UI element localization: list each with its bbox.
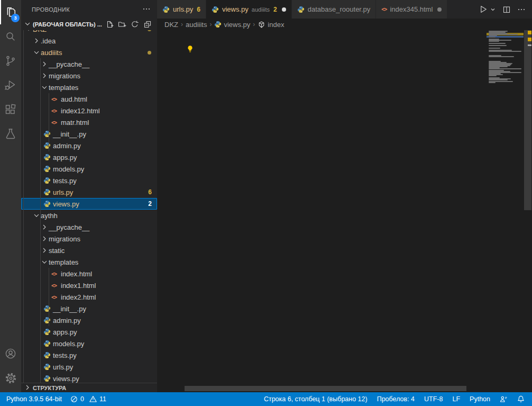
status-label: Пробелов: 4	[377, 395, 415, 403]
status-cursor-position[interactable]: Строка 6, столбец 1 (выбрано 12)	[264, 395, 368, 403]
tab-urls-py[interactable]: urls.py6	[157, 0, 206, 19]
tree-indent-guide	[49, 93, 49, 151]
chevron-right-icon	[23, 383, 32, 393]
status-label: Python 3.9.5 64-bit	[6, 395, 62, 403]
status-indentation[interactable]: Пробелов: 4	[377, 395, 415, 403]
tree-item-index12-html[interactable]: <>index12.html	[21, 105, 157, 116]
html-file-icon: <>	[381, 6, 387, 12]
tree-item--pycache-[interactable]: __pycache__	[21, 221, 157, 233]
tree-item--pycache-[interactable]: __pycache__	[21, 58, 157, 70]
breadcrumb-item-index[interactable]: index	[258, 21, 284, 29]
breadcrumb-item-dkz[interactable]: DKZ	[164, 21, 178, 29]
python-file-icon	[43, 188, 53, 196]
extensions-icon[interactable]	[0, 97, 21, 122]
new-folder-icon[interactable]	[118, 20, 126, 29]
tree-item-apps-py[interactable]: apps.py	[21, 151, 157, 163]
warning-icon	[89, 395, 97, 403]
tree-item-migrations[interactable]: migrations	[21, 70, 157, 82]
status-label: Строка 6, столбец 1 (выбрано 12)	[264, 395, 368, 403]
tree-item--init-py[interactable]: __init__.py	[21, 128, 157, 140]
tab-database-roouter-py[interactable]: database_roouter.py	[292, 0, 377, 19]
vertical-scrollbar[interactable]	[524, 30, 532, 392]
explorer-icon[interactable]: 3	[0, 0, 21, 24]
breadcrumb-item-views-py[interactable]: views.py	[214, 21, 250, 29]
tree-item-models-py[interactable]: models.py	[21, 338, 157, 349]
tree-item-apps-py[interactable]: apps.py	[21, 326, 157, 338]
tree-item-index-html[interactable]: <>index.html	[21, 268, 157, 279]
tree-item-label: matr.html	[61, 119, 89, 127]
tree-item-index1-html[interactable]: <>index1.html	[21, 279, 157, 291]
tree-item-static[interactable]: static	[21, 245, 157, 256]
status-python-interpreter[interactable]: Python 3.9.5 64-bit	[6, 395, 62, 403]
minimap-line	[489, 75, 497, 76]
testing-icon[interactable]	[0, 122, 21, 146]
tree-item-aythh[interactable]: aythh	[21, 210, 157, 221]
tree-item-templates[interactable]: templates	[21, 256, 157, 268]
explorer-badge: 3	[11, 14, 20, 22]
new-file-icon[interactable]	[105, 20, 114, 29]
overview-ruler-mark	[528, 38, 531, 41]
python-file-icon	[297, 6, 305, 13]
tab-views-py[interactable]: views.pyaudiiits2	[206, 0, 292, 19]
outline-section-header[interactable]: СТРУКТУРА	[21, 383, 157, 392]
tree-item-audiiits[interactable]: audiiits	[21, 47, 157, 58]
minimap[interactable]	[487, 30, 524, 392]
tree-item-aud-html[interactable]: <>aud.html	[21, 93, 157, 105]
tree-item-admin-py[interactable]: admin.py	[21, 314, 157, 326]
tree-item-urls-py[interactable]: urls.py	[21, 361, 157, 373]
status-language-mode[interactable]: Python	[470, 395, 490, 403]
tree-item-tests-py[interactable]: tests.py	[21, 349, 157, 361]
status-notifications-bell[interactable]	[517, 395, 525, 403]
tree-item-admin-py[interactable]: admin.py	[21, 140, 157, 151]
tree-item-templates[interactable]: templates	[21, 82, 157, 93]
status-problems[interactable]: 011	[70, 395, 106, 403]
python-file-icon	[43, 328, 53, 336]
source-control-icon[interactable]	[0, 49, 21, 73]
file-tree: DKZ.ideaaudiiits__pycache__migrationstem…	[21, 23, 157, 384]
tree-item-label: static	[49, 247, 65, 255]
tree-item-models-py[interactable]: models.py	[21, 163, 157, 175]
explorer-more-actions-icon[interactable]	[142, 5, 151, 14]
status-feedback[interactable]	[500, 395, 508, 403]
tab-index345-html[interactable]: <>index345.html	[376, 0, 447, 19]
split-editor-button[interactable]	[502, 5, 511, 14]
search-icon[interactable]	[0, 24, 21, 49]
breadcrumb-item-audiiits[interactable]: audiiits	[186, 21, 207, 29]
run-dropdown-chevron-icon[interactable]	[490, 6, 496, 13]
code-editor[interactable]: 3from aythh.models import MD,Audit4from …	[157, 30, 532, 392]
tree-item-migrations[interactable]: migrations	[21, 233, 157, 245]
tree-item-label: .idea	[41, 37, 56, 45]
vertical-scrollbar-thumb[interactable]	[524, 30, 531, 210]
tab-label: index345.html	[390, 5, 433, 13]
tree-item-urls-py[interactable]: urls.py6	[21, 186, 157, 198]
outline-label: СТРУКТУРА	[33, 385, 66, 391]
tree-item-tests-py[interactable]: tests.py	[21, 175, 157, 186]
horizontal-scrollbar-thumb[interactable]	[185, 386, 466, 391]
run-python-file-button[interactable]	[479, 5, 488, 14]
run-debug-icon[interactable]	[0, 73, 21, 97]
tree-item--init-py[interactable]: __init__.py	[21, 303, 157, 314]
tree-item-label: index1.html	[61, 282, 96, 290]
lightbulb-icon[interactable]	[186, 45, 194, 55]
vscode-window: 3 ПРОВОДНИК DKZ.ideaaudiiits__pycache__m…	[0, 0, 532, 406]
account-icon[interactable]	[0, 341, 21, 366]
tree-item-matr-html[interactable]: <>matr.html	[21, 116, 157, 128]
tree-item-label: index.html	[61, 270, 92, 278]
collapse-all-icon[interactable]	[143, 20, 152, 29]
tree-item-label: admin.py	[53, 142, 81, 150]
tree-item-views-py[interactable]: views.py2	[21, 198, 157, 210]
refresh-icon[interactable]	[131, 20, 139, 29]
tree-item-label: __pycache__	[49, 60, 89, 68]
tree-item-label: views.py	[53, 200, 79, 208]
html-file-icon: <>	[51, 271, 61, 277]
more-actions-button[interactable]	[517, 5, 526, 14]
tree-item-index2-html[interactable]: <>index2.html	[21, 291, 157, 303]
tab-label: database_roouter.py	[308, 5, 371, 13]
workspace-section-header[interactable]: (РАБОЧАЯ ОБЛАСТЬ) ...	[21, 19, 157, 30]
tree-item--idea[interactable]: .idea	[21, 35, 157, 47]
settings-gear-icon[interactable]	[0, 366, 21, 390]
tab-label: urls.py	[173, 5, 193, 13]
html-file-icon: <>	[51, 96, 61, 102]
status-encoding[interactable]: UTF-8	[424, 395, 443, 403]
status-eol[interactable]: LF	[452, 395, 460, 403]
